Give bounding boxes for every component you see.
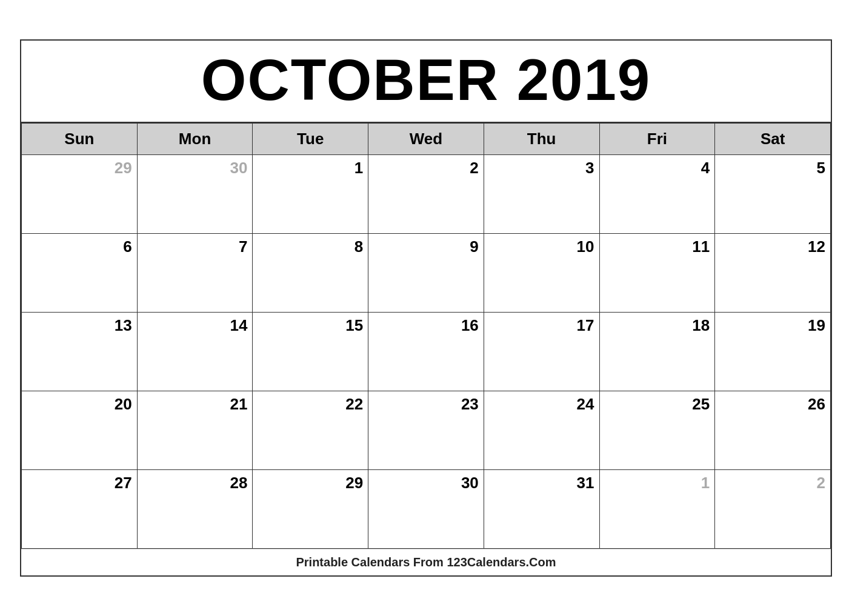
day-cell: 21 <box>137 391 253 470</box>
day-cell: 29 <box>253 470 368 549</box>
day-cell: 30 <box>368 470 484 549</box>
day-cell: 13 <box>22 313 138 391</box>
day-cell: 15 <box>253 313 368 391</box>
day-cell: 14 <box>137 313 253 391</box>
day-cell: 19 <box>715 313 831 391</box>
day-cell: 28 <box>137 470 253 549</box>
day-header-sun: Sun <box>22 124 138 155</box>
week-row-1: 293012345 <box>22 155 831 234</box>
day-header-row: SunMonTueWedThuFriSat <box>22 124 831 155</box>
day-cell: 29 <box>22 155 138 234</box>
day-cell: 31 <box>484 470 599 549</box>
day-cell: 24 <box>484 391 599 470</box>
calendar-body: 2930123456789101112131415161718192021222… <box>22 155 831 549</box>
day-header-fri: Fri <box>599 124 715 155</box>
day-cell: 2 <box>715 470 831 549</box>
day-cell: 11 <box>599 234 715 313</box>
day-cell: 23 <box>368 391 484 470</box>
day-cell: 6 <box>22 234 138 313</box>
day-cell: 1 <box>253 155 368 234</box>
week-row-3: 13141516171819 <box>22 313 831 391</box>
day-cell: 12 <box>715 234 831 313</box>
day-cell: 20 <box>22 391 138 470</box>
calendar-title: OCTOBER 2019 <box>21 41 831 123</box>
calendar-container: OCTOBER 2019 SunMonTueWedThuFriSat 29301… <box>20 39 832 577</box>
day-cell: 25 <box>599 391 715 470</box>
footer-text: Printable Calendars From <box>296 555 447 569</box>
day-cell: 18 <box>599 313 715 391</box>
day-cell: 9 <box>368 234 484 313</box>
calendar-footer: Printable Calendars From 123Calendars.Co… <box>21 549 831 575</box>
day-header-sat: Sat <box>715 124 831 155</box>
week-row-4: 20212223242526 <box>22 391 831 470</box>
day-header-wed: Wed <box>368 124 484 155</box>
day-cell: 7 <box>137 234 253 313</box>
day-cell: 26 <box>715 391 831 470</box>
day-cell: 2 <box>368 155 484 234</box>
day-cell: 8 <box>253 234 368 313</box>
week-row-5: 272829303112 <box>22 470 831 549</box>
day-cell: 16 <box>368 313 484 391</box>
day-cell: 4 <box>599 155 715 234</box>
day-header-mon: Mon <box>137 124 253 155</box>
footer-brand: 123Calendars.Com <box>447 555 556 569</box>
week-row-2: 6789101112 <box>22 234 831 313</box>
day-cell: 3 <box>484 155 599 234</box>
day-cell: 1 <box>599 470 715 549</box>
day-cell: 30 <box>137 155 253 234</box>
day-header-tue: Tue <box>253 124 368 155</box>
day-cell: 17 <box>484 313 599 391</box>
day-cell: 22 <box>253 391 368 470</box>
calendar-table: SunMonTueWedThuFriSat 293012345678910111… <box>21 123 831 549</box>
day-cell: 5 <box>715 155 831 234</box>
day-header-thu: Thu <box>484 124 599 155</box>
day-cell: 10 <box>484 234 599 313</box>
day-cell: 27 <box>22 470 138 549</box>
